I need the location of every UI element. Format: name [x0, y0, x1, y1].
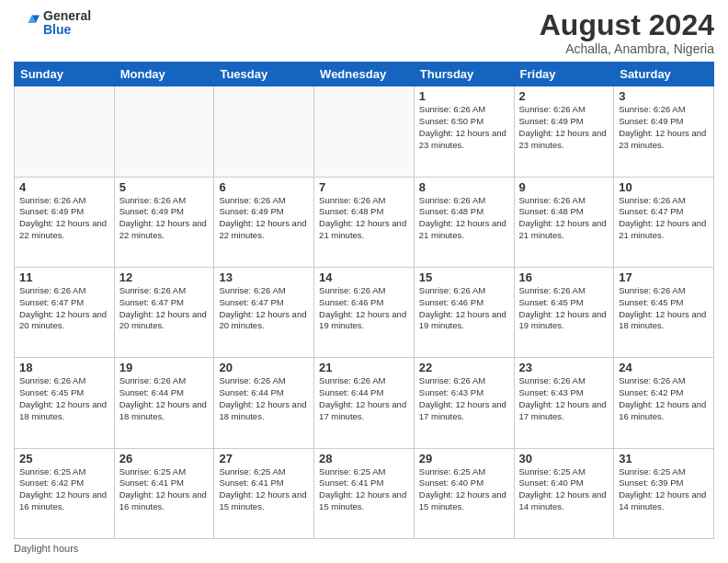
day-number: 7 — [319, 180, 409, 194]
calendar-cell: 19Sunrise: 6:26 AM Sunset: 6:44 PM Dayli… — [114, 358, 214, 448]
day-info: Sunrise: 6:26 AM Sunset: 6:49 PM Dayligh… — [19, 195, 109, 242]
day-info: Sunrise: 6:25 AM Sunset: 6:41 PM Dayligh… — [319, 466, 409, 513]
day-info: Sunrise: 6:26 AM Sunset: 6:43 PM Dayligh… — [519, 375, 609, 422]
day-info: Sunrise: 6:26 AM Sunset: 6:47 PM Dayligh… — [19, 285, 109, 332]
calendar-cell: 3Sunrise: 6:26 AM Sunset: 6:49 PM Daylig… — [614, 86, 714, 177]
day-info: Sunrise: 6:25 AM Sunset: 6:39 PM Dayligh… — [619, 466, 709, 513]
day-number: 27 — [219, 452, 309, 465]
day-number: 8 — [419, 180, 509, 194]
day-number: 6 — [219, 180, 309, 194]
logo-text: General Blue — [43, 9, 91, 38]
day-number: 19 — [119, 361, 210, 374]
day-info: Sunrise: 6:25 AM Sunset: 6:40 PM Dayligh… — [419, 466, 509, 513]
day-number: 10 — [619, 180, 709, 194]
day-number: 16 — [519, 270, 609, 284]
calendar-cell: 13Sunrise: 6:26 AM Sunset: 6:47 PM Dayli… — [214, 267, 314, 357]
day-info: Sunrise: 6:26 AM Sunset: 6:44 PM Dayligh… — [119, 375, 210, 422]
calendar-cell: 12Sunrise: 6:26 AM Sunset: 6:47 PM Dayli… — [114, 267, 214, 357]
day-number: 24 — [619, 361, 709, 374]
day-info: Sunrise: 6:26 AM Sunset: 6:44 PM Dayligh… — [319, 375, 409, 422]
calendar-cell: 2Sunrise: 6:26 AM Sunset: 6:49 PM Daylig… — [514, 86, 614, 177]
calendar-header-saturday: Saturday — [614, 63, 714, 86]
day-info: Sunrise: 6:26 AM Sunset: 6:48 PM Dayligh… — [319, 195, 409, 242]
day-number: 13 — [219, 270, 309, 284]
calendar-cell: 31Sunrise: 6:25 AM Sunset: 6:39 PM Dayli… — [614, 448, 714, 538]
calendar-cell — [15, 86, 115, 177]
day-number: 17 — [619, 270, 709, 284]
title-block: August 2024 Achalla, Anambra, Nigeria — [540, 9, 714, 56]
calendar-cell: 29Sunrise: 6:25 AM Sunset: 6:40 PM Dayli… — [414, 448, 514, 538]
day-number: 18 — [19, 361, 109, 374]
calendar-cell: 24Sunrise: 6:26 AM Sunset: 6:42 PM Dayli… — [614, 358, 714, 448]
main-title: August 2024 — [540, 9, 714, 41]
day-info: Sunrise: 6:26 AM Sunset: 6:45 PM Dayligh… — [519, 285, 609, 332]
day-number: 31 — [619, 452, 709, 465]
day-info: Sunrise: 6:26 AM Sunset: 6:47 PM Dayligh… — [619, 195, 709, 242]
calendar-cell: 30Sunrise: 6:25 AM Sunset: 6:40 PM Dayli… — [514, 448, 614, 538]
calendar-cell: 17Sunrise: 6:26 AM Sunset: 6:45 PM Dayli… — [614, 267, 714, 357]
day-info: Sunrise: 6:26 AM Sunset: 6:47 PM Dayligh… — [119, 285, 210, 332]
calendar-cell: 20Sunrise: 6:26 AM Sunset: 6:44 PM Dayli… — [214, 358, 314, 448]
day-number: 5 — [119, 180, 210, 194]
page: General Blue August 2024 Achalla, Anambr… — [0, 0, 728, 563]
logo-blue: Blue — [43, 23, 91, 37]
calendar-header-row: SundayMondayTuesdayWednesdayThursdayFrid… — [15, 63, 714, 86]
day-info: Sunrise: 6:25 AM Sunset: 6:41 PM Dayligh… — [219, 466, 309, 513]
day-number: 14 — [319, 270, 409, 284]
calendar-cell: 6Sunrise: 6:26 AM Sunset: 6:49 PM Daylig… — [214, 177, 314, 267]
calendar-cell: 23Sunrise: 6:26 AM Sunset: 6:43 PM Dayli… — [514, 358, 614, 448]
calendar-cell: 5Sunrise: 6:26 AM Sunset: 6:49 PM Daylig… — [114, 177, 214, 267]
day-info: Sunrise: 6:26 AM Sunset: 6:49 PM Dayligh… — [519, 104, 609, 151]
footer-note: Daylight hours — [14, 543, 714, 554]
calendar-header-sunday: Sunday — [15, 63, 115, 86]
day-info: Sunrise: 6:26 AM Sunset: 6:49 PM Dayligh… — [119, 195, 210, 242]
day-info: Sunrise: 6:26 AM Sunset: 6:45 PM Dayligh… — [19, 375, 109, 422]
calendar-week-2: 11Sunrise: 6:26 AM Sunset: 6:47 PM Dayli… — [15, 267, 714, 357]
day-info: Sunrise: 6:26 AM Sunset: 6:48 PM Dayligh… — [419, 195, 509, 242]
calendar-week-4: 25Sunrise: 6:25 AM Sunset: 6:42 PM Dayli… — [15, 448, 714, 538]
calendar-cell: 28Sunrise: 6:25 AM Sunset: 6:41 PM Dayli… — [314, 448, 415, 538]
day-info: Sunrise: 6:26 AM Sunset: 6:50 PM Dayligh… — [419, 104, 509, 151]
calendar-cell: 26Sunrise: 6:25 AM Sunset: 6:41 PM Dayli… — [114, 448, 214, 538]
logo-icon — [14, 10, 40, 36]
day-number: 1 — [419, 89, 509, 103]
day-info: Sunrise: 6:26 AM Sunset: 6:42 PM Dayligh… — [619, 375, 709, 422]
calendar-cell: 16Sunrise: 6:26 AM Sunset: 6:45 PM Dayli… — [514, 267, 614, 357]
calendar-week-0: 1Sunrise: 6:26 AM Sunset: 6:50 PM Daylig… — [15, 86, 714, 177]
day-number: 23 — [519, 361, 609, 374]
day-info: Sunrise: 6:26 AM Sunset: 6:49 PM Dayligh… — [619, 104, 709, 151]
day-number: 30 — [519, 452, 609, 465]
day-info: Sunrise: 6:26 AM Sunset: 6:47 PM Dayligh… — [219, 285, 309, 332]
calendar-week-3: 18Sunrise: 6:26 AM Sunset: 6:45 PM Dayli… — [15, 358, 714, 448]
calendar-header-wednesday: Wednesday — [314, 63, 415, 86]
day-info: Sunrise: 6:25 AM Sunset: 6:40 PM Dayligh… — [519, 466, 609, 513]
day-number: 20 — [219, 361, 309, 374]
day-number: 26 — [119, 452, 210, 465]
calendar-cell — [214, 86, 314, 177]
calendar-cell: 1Sunrise: 6:26 AM Sunset: 6:50 PM Daylig… — [414, 86, 514, 177]
calendar-cell: 8Sunrise: 6:26 AM Sunset: 6:48 PM Daylig… — [414, 177, 514, 267]
day-info: Sunrise: 6:26 AM Sunset: 6:46 PM Dayligh… — [319, 285, 409, 332]
calendar-cell: 10Sunrise: 6:26 AM Sunset: 6:47 PM Dayli… — [614, 177, 714, 267]
day-info: Sunrise: 6:26 AM Sunset: 6:44 PM Dayligh… — [219, 375, 309, 422]
calendar-cell: 4Sunrise: 6:26 AM Sunset: 6:49 PM Daylig… — [15, 177, 115, 267]
calendar-header-monday: Monday — [114, 63, 214, 86]
calendar-week-1: 4Sunrise: 6:26 AM Sunset: 6:49 PM Daylig… — [15, 177, 714, 267]
calendar-cell: 9Sunrise: 6:26 AM Sunset: 6:48 PM Daylig… — [514, 177, 614, 267]
calendar-cell: 11Sunrise: 6:26 AM Sunset: 6:47 PM Dayli… — [15, 267, 115, 357]
day-number: 4 — [19, 180, 109, 194]
day-info: Sunrise: 6:25 AM Sunset: 6:42 PM Dayligh… — [19, 466, 109, 513]
day-number: 9 — [519, 180, 609, 194]
calendar-cell: 21Sunrise: 6:26 AM Sunset: 6:44 PM Dayli… — [314, 358, 415, 448]
calendar-header-friday: Friday — [514, 63, 614, 86]
calendar-cell: 18Sunrise: 6:26 AM Sunset: 6:45 PM Dayli… — [15, 358, 115, 448]
calendar-header-thursday: Thursday — [414, 63, 514, 86]
calendar-header-tuesday: Tuesday — [214, 63, 314, 86]
header: General Blue August 2024 Achalla, Anambr… — [14, 9, 714, 56]
calendar-cell: 14Sunrise: 6:26 AM Sunset: 6:46 PM Dayli… — [314, 267, 415, 357]
day-number: 25 — [19, 452, 109, 465]
day-number: 2 — [519, 89, 609, 103]
day-number: 12 — [119, 270, 210, 284]
day-number: 22 — [419, 361, 509, 374]
calendar-cell: 25Sunrise: 6:25 AM Sunset: 6:42 PM Dayli… — [15, 448, 115, 538]
